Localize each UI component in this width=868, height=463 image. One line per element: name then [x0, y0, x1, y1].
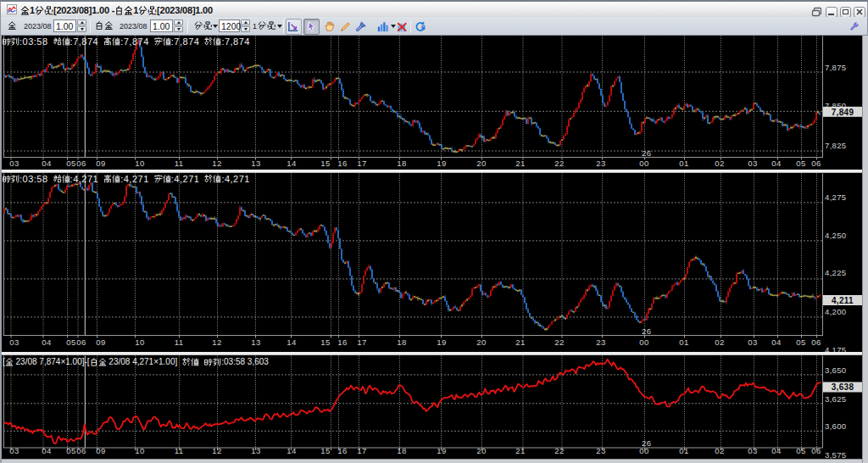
- svg-text:15: 15: [320, 446, 330, 455]
- svg-text:04: 04: [771, 159, 782, 168]
- svg-text:05: 05: [66, 337, 75, 347]
- svg-text:4,250: 4,250: [825, 231, 847, 240]
- svg-text:02: 02: [715, 159, 724, 168]
- svg-text:12: 12: [212, 159, 221, 168]
- svg-text:22: 22: [554, 446, 564, 455]
- svg-text:03: 03: [9, 446, 19, 455]
- svg-text:23: 23: [596, 159, 605, 168]
- svg-text:4,211: 4,211: [832, 296, 854, 305]
- svg-text:04: 04: [42, 337, 52, 347]
- svg-text:09: 09: [96, 446, 105, 455]
- svg-text:21: 21: [515, 446, 525, 455]
- svg-text:3,600: 3,600: [825, 421, 847, 431]
- svg-text:23: 23: [596, 337, 605, 347]
- svg-text:16: 16: [337, 446, 347, 455]
- svg-text:26: 26: [642, 148, 651, 158]
- svg-text:12: 12: [212, 446, 221, 455]
- svg-text:00: 00: [639, 159, 648, 168]
- svg-text:22: 22: [554, 159, 564, 168]
- svg-text:06: 06: [811, 446, 821, 455]
- svg-text:11: 11: [175, 337, 184, 347]
- svg-text:05: 05: [796, 337, 805, 347]
- svg-text:16: 16: [337, 159, 347, 168]
- svg-text:04: 04: [771, 446, 782, 455]
- svg-text:05: 05: [796, 446, 805, 455]
- svg-text:17: 17: [357, 337, 366, 347]
- svg-text:18: 18: [397, 337, 406, 347]
- svg-text:26: 26: [642, 438, 651, 448]
- svg-text:19: 19: [437, 159, 446, 168]
- svg-text:02: 02: [715, 337, 724, 347]
- svg-text:09: 09: [96, 159, 105, 168]
- svg-text:03: 03: [748, 446, 757, 455]
- svg-text:15: 15: [320, 159, 330, 168]
- svg-text:04: 04: [42, 159, 52, 168]
- svg-text:11: 11: [175, 446, 184, 455]
- svg-text:15: 15: [320, 337, 330, 347]
- svg-text:06: 06: [76, 446, 86, 455]
- svg-text:04: 04: [771, 337, 782, 347]
- svg-text:22: 22: [554, 337, 564, 347]
- svg-text:7,875: 7,875: [825, 63, 847, 72]
- svg-text:14: 14: [287, 159, 297, 168]
- svg-text:4,200: 4,200: [825, 307, 847, 316]
- svg-text:13: 13: [251, 337, 260, 347]
- svg-text:06: 06: [811, 159, 821, 168]
- svg-text:05: 05: [66, 446, 75, 455]
- svg-text:4,275: 4,275: [825, 192, 847, 202]
- svg-text:20: 20: [476, 337, 486, 347]
- svg-text:7,825: 7,825: [825, 141, 847, 150]
- svg-text:10: 10: [135, 337, 144, 347]
- svg-text:7,849: 7,849: [832, 108, 854, 117]
- svg-text:05: 05: [66, 159, 75, 168]
- svg-text:23: 23: [596, 446, 605, 455]
- svg-text:00: 00: [639, 337, 648, 347]
- svg-text:01: 01: [679, 159, 688, 168]
- svg-text:03: 03: [9, 159, 19, 168]
- svg-text:16: 16: [337, 337, 347, 347]
- svg-text:18: 18: [397, 446, 406, 455]
- svg-text:10: 10: [135, 159, 144, 168]
- svg-text:03: 03: [748, 337, 757, 347]
- svg-text:14: 14: [287, 446, 297, 455]
- svg-text:26: 26: [642, 326, 651, 336]
- svg-text:13: 13: [251, 159, 260, 168]
- svg-text:06: 06: [76, 337, 86, 347]
- svg-text:03: 03: [9, 337, 19, 347]
- svg-text:03: 03: [748, 159, 757, 168]
- svg-text:06: 06: [76, 159, 86, 168]
- svg-text:04: 04: [42, 446, 52, 455]
- svg-text:05: 05: [796, 159, 805, 168]
- svg-text:18: 18: [397, 159, 406, 168]
- svg-text:4,225: 4,225: [825, 268, 847, 277]
- svg-text:09: 09: [96, 337, 105, 347]
- svg-text:3,575: 3,575: [825, 450, 847, 460]
- svg-text:21: 21: [515, 159, 525, 168]
- svg-text:02: 02: [715, 446, 724, 455]
- svg-text:13: 13: [251, 446, 260, 455]
- svg-text:3,650: 3,650: [825, 365, 847, 375]
- svg-text:01: 01: [679, 446, 688, 455]
- svg-text:17: 17: [357, 159, 366, 168]
- svg-text:20: 20: [476, 446, 486, 455]
- svg-text:3,638: 3,638: [832, 382, 854, 392]
- svg-text:01: 01: [679, 337, 688, 347]
- svg-text:12: 12: [212, 337, 221, 347]
- svg-text:19: 19: [437, 337, 446, 347]
- svg-text:06: 06: [811, 337, 821, 347]
- svg-text:20: 20: [476, 159, 486, 168]
- svg-text:3,625: 3,625: [825, 394, 847, 404]
- svg-text:14: 14: [287, 337, 297, 347]
- svg-text:10: 10: [135, 446, 144, 455]
- svg-text:17: 17: [357, 446, 366, 455]
- svg-text:11: 11: [175, 159, 184, 168]
- svg-text:21: 21: [515, 337, 525, 347]
- svg-text:19: 19: [437, 446, 446, 455]
